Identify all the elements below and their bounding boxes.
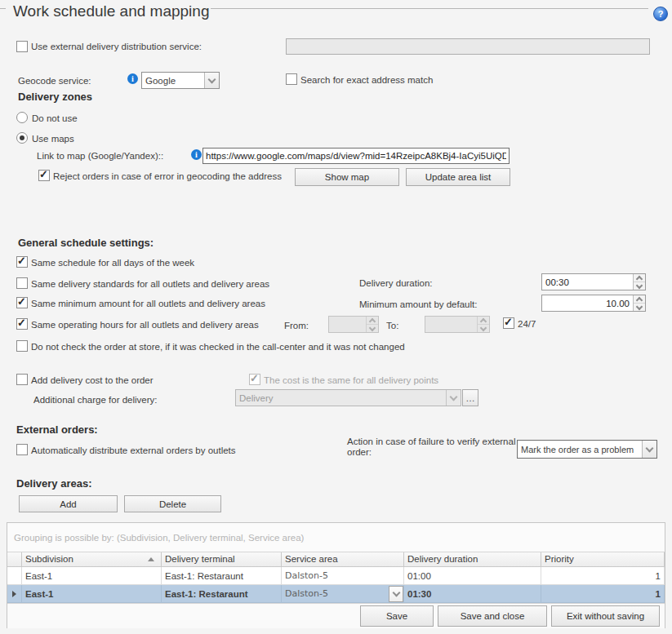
use-external-service-checkbox[interactable] xyxy=(16,41,28,52)
spin-up-icon xyxy=(367,317,378,325)
additional-charge-label: Additional charge for delivery: xyxy=(33,394,158,406)
hours-to-stepper xyxy=(425,316,490,333)
from-label: From: xyxy=(284,320,309,331)
exact-address-match-checkbox[interactable] xyxy=(286,73,297,85)
chevron-down-icon[interactable] xyxy=(204,73,219,88)
update-area-list-button[interactable]: Update area list xyxy=(406,168,510,186)
table-row-selected[interactable]: East-1 East-1: Restaraunt Dalston-5 01:3… xyxy=(7,585,665,603)
column-header-subdivision[interactable]: Subdivision xyxy=(22,552,162,567)
reject-orders-label: Reject orders in case of error in geocod… xyxy=(53,171,282,182)
grid-group-panel: Grouping is possible by: (Subdivision, D… xyxy=(7,523,665,552)
same-hours-checkbox[interactable] xyxy=(16,318,28,330)
add-area-button[interactable]: Add xyxy=(19,495,118,512)
all-day-label: 24/7 xyxy=(518,318,536,330)
row-indicator-header xyxy=(7,552,22,567)
do-not-use-label: Do not use xyxy=(32,113,78,124)
failure-action-value: Mark the order as a problem xyxy=(518,441,642,458)
same-schedule-label: Same schedule for all days of the week xyxy=(31,257,194,268)
min-amount-stepper[interactable]: 10.00 xyxy=(541,295,646,312)
all-day-checkbox[interactable] xyxy=(503,317,514,329)
delivery-duration-stepper[interactable]: 00:30 xyxy=(541,273,646,290)
same-minimum-label: Same minimum amount for all outlets and … xyxy=(31,298,265,309)
min-amount-label: Minimum amount by default: xyxy=(359,299,477,310)
spin-down-icon xyxy=(634,282,645,290)
exit-without-saving-button[interactable]: Exit without saving xyxy=(551,605,660,627)
use-external-service-label: Use external delivery distribution servi… xyxy=(31,41,202,52)
delivery-areas-heading: Delivery areas: xyxy=(16,477,92,490)
same-hours-label: Same operating hours for all outlets and… xyxy=(31,319,259,330)
external-service-input[interactable] xyxy=(286,38,650,55)
table-row[interactable]: East-1 East-1: Restaraunt Dalston-5 01:0… xyxy=(7,567,665,585)
page-title: Work schedule and mapping xyxy=(13,2,209,20)
spin-down-icon xyxy=(478,325,489,332)
grid-header-row: Subdivision Delivery terminal Service ar… xyxy=(7,552,665,567)
use-maps-radio[interactable] xyxy=(16,132,28,144)
spin-down-icon xyxy=(634,304,645,311)
column-header-delivery-terminal[interactable]: Delivery terminal xyxy=(162,552,282,567)
save-and-close-button[interactable]: Save and close xyxy=(438,605,547,627)
column-header-delivery-duration[interactable]: Delivery duration xyxy=(404,552,541,567)
delete-area-button[interactable]: Delete xyxy=(124,495,221,512)
help-icon[interactable]: ? xyxy=(653,7,668,21)
save-button[interactable]: Save xyxy=(360,605,434,627)
general-settings-heading: General schedule settings: xyxy=(18,237,154,249)
to-label: To: xyxy=(386,320,398,331)
spin-up-icon xyxy=(478,317,489,325)
sort-ascending-icon xyxy=(148,557,154,561)
geocode-service-value: Google xyxy=(142,73,204,88)
exact-address-match-label: Search for exact address match xyxy=(300,74,433,86)
delivery-duration-label: Delivery duration: xyxy=(359,277,432,289)
map-link-input[interactable] xyxy=(202,148,510,164)
spin-up-icon xyxy=(634,295,645,304)
spinner-buttons[interactable] xyxy=(633,274,645,290)
failure-action-label: Action in case of failure to verify exte… xyxy=(347,437,520,458)
chevron-down-icon xyxy=(446,390,461,406)
title-rule-left xyxy=(0,8,6,9)
add-delivery-cost-label: Add delivery cost to the order xyxy=(31,375,154,386)
min-amount-value: 10.00 xyxy=(542,295,633,311)
chevron-down-icon xyxy=(392,588,400,596)
geocode-service-select[interactable]: Google xyxy=(141,72,220,89)
same-cost-checkbox xyxy=(249,374,260,385)
same-minimum-checkbox[interactable] xyxy=(16,297,28,308)
same-standards-label: Same delivery standards for all outlets … xyxy=(31,278,269,290)
spin-up-icon xyxy=(634,274,645,282)
auto-distribute-checkbox[interactable] xyxy=(16,444,28,455)
external-orders-heading: External orders: xyxy=(16,423,98,436)
info-icon: i xyxy=(127,73,138,84)
title-rule-right xyxy=(211,8,648,9)
use-maps-label: Use maps xyxy=(32,133,74,144)
same-standards-checkbox[interactable] xyxy=(16,277,28,289)
failure-action-select[interactable]: Mark the order as a problem xyxy=(517,440,657,459)
additional-charge-value: Delivery xyxy=(236,390,446,406)
auto-distribute-label: Automatically distribute external orders… xyxy=(31,445,236,456)
add-delivery-cost-checkbox[interactable] xyxy=(16,374,28,385)
hours-from-stepper xyxy=(328,316,379,333)
chevron-down-icon[interactable] xyxy=(642,441,656,458)
same-schedule-checkbox[interactable] xyxy=(16,256,28,268)
additional-charge-select: Delivery xyxy=(235,389,461,406)
row-indicator-icon xyxy=(12,591,16,597)
spin-down-icon xyxy=(367,325,378,332)
column-header-service-area[interactable]: Service area xyxy=(282,552,404,567)
column-header-priority[interactable]: Priority xyxy=(541,552,665,567)
delivery-zones-heading: Delivery zones xyxy=(18,91,92,103)
work-schedule-page: Work schedule and mapping ? Use external… xyxy=(0,0,672,634)
same-cost-label: The cost is the same for all delivery po… xyxy=(264,375,438,386)
service-area-dropdown[interactable] xyxy=(389,586,403,602)
no-check-at-store-checkbox[interactable] xyxy=(16,340,28,352)
spinner-buttons[interactable] xyxy=(633,295,645,311)
no-check-at-store-label: Do not check the order at store, if it w… xyxy=(31,341,405,352)
reject-orders-checkbox[interactable] xyxy=(38,170,50,181)
geocode-service-label: Geocode service: xyxy=(18,75,91,86)
info-icon: i xyxy=(191,149,202,160)
show-map-button[interactable]: Show map xyxy=(295,168,399,186)
ellipsis-button[interactable]: … xyxy=(462,389,478,406)
delivery-duration-value: 00:30 xyxy=(542,274,633,290)
link-to-map-label: Link to map (Google/Yandex):: xyxy=(37,150,163,162)
do-not-use-radio[interactable] xyxy=(16,112,28,123)
